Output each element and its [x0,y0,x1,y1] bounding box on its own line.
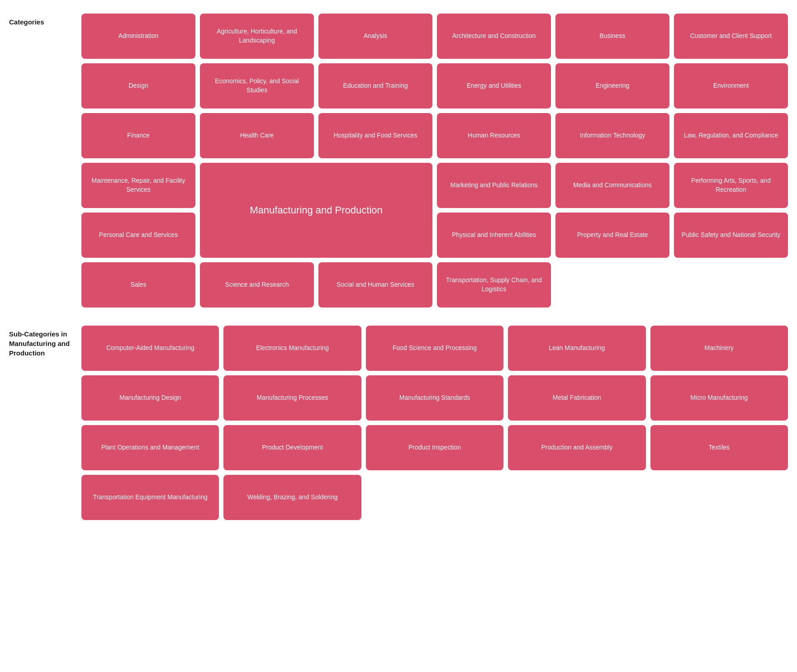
tile-product-inspection[interactable]: Product Inspection [366,425,503,470]
empty-sub-1 [366,475,503,520]
tile-computer-aided[interactable]: Computer-Aided Manufacturing [81,326,219,371]
tile-sales[interactable]: Sales [81,262,195,308]
tile-education[interactable]: Education and Training [318,63,432,109]
tile-physical[interactable]: Physical and Inherent Abilities [437,213,551,258]
tile-manufacturing-standards[interactable]: Manufacturing Standards [366,375,503,421]
tile-human-resources[interactable]: Human Resources [437,113,551,158]
subcategories-label: Sub-Categories in Manufacturing and Prod… [9,326,81,358]
tile-finance[interactable]: Finance [81,113,195,158]
tile-business[interactable]: Business [555,14,669,59]
tile-lean-manufacturing[interactable]: Lean Manufacturing [508,326,645,371]
tile-design[interactable]: Design [81,63,195,109]
tile-personal-care[interactable]: Personal Care and Services [81,213,195,258]
tile-environment[interactable]: Environment [674,63,788,109]
tile-analysis[interactable]: Analysis [318,14,432,59]
empty-sub-2 [508,475,645,520]
tile-architecture[interactable]: Architecture and Construction [437,14,551,59]
tile-social[interactable]: Social and Human Services [318,262,432,308]
empty-cell-1 [555,262,669,308]
tile-hospitality[interactable]: Hospitality and Food Services [318,113,432,158]
tile-customer[interactable]: Customer and Client Support [674,14,788,59]
tile-transportation-supply[interactable]: Transportation, Supply Chain, and Logist… [437,262,551,308]
tile-information-technology[interactable]: Information Technology [555,113,669,158]
tile-transportation-equipment[interactable]: Transportation Equipment Manufacturing [81,475,219,520]
tile-maintenance[interactable]: Maintenance, Repair, and Facility Servic… [81,163,195,208]
tile-agriculture[interactable]: Agriculture, Horticulture, and Landscapi… [200,14,314,59]
tile-micro-manufacturing[interactable]: Micro Manufacturing [650,375,788,421]
empty-cell-2 [674,262,788,308]
categories-label: Categories [9,14,81,27]
tile-marketing[interactable]: Marketing and Public Relations [437,163,551,208]
tile-media[interactable]: Media and Communications [555,163,669,208]
tile-performing[interactable]: Performing Arts, Sports, and Recreation [674,163,788,208]
tile-science[interactable]: Science and Research [200,262,314,308]
subcategories-row-2: Manufacturing Design Manufacturing Proce… [81,375,788,421]
empty-sub-3 [650,475,788,520]
subcategories-row-1: Computer-Aided Manufacturing Electronics… [81,326,788,371]
tile-energy[interactable]: Energy and Utilities [437,63,551,109]
tile-administration[interactable]: Administration [81,14,195,59]
tile-manufacturing-design[interactable]: Manufacturing Design [81,375,219,421]
categories-grid: Administration Agriculture, Horticulture… [81,14,788,308]
tile-electronics-manufacturing[interactable]: Electronics Manufacturing [223,326,361,371]
subcategories-section: Sub-Categories in Manufacturing and Prod… [9,326,788,520]
tile-welding[interactable]: Welding, Brazing, and Soldering [223,475,361,520]
tile-metal-fabrication[interactable]: Metal Fabrication [508,375,645,421]
tile-textiles[interactable]: Textiles [650,425,788,470]
tile-manufacturing-processes[interactable]: Manufacturing Processes [223,375,361,421]
tile-law[interactable]: Law, Regulation, and Compliance [674,113,788,158]
tile-plant-operations[interactable]: Plant Operations and Management [81,425,219,470]
tile-public-safety[interactable]: Public Safety and National Security [674,213,788,258]
tile-engineering[interactable]: Engineering [555,63,669,109]
tile-property[interactable]: Property and Real Estate [555,213,669,258]
tile-food-science[interactable]: Food Science and Processing [366,326,503,371]
subcategories-row-3: Plant Operations and Management Product … [81,425,788,470]
tile-machinery[interactable]: Machinery [650,326,788,371]
tile-healthcare[interactable]: Health Care [200,113,314,158]
tile-manufacturing[interactable]: Manufacturing and Production [200,163,432,258]
tile-economics[interactable]: Economics, Policy, and Social Studies [200,63,314,109]
categories-section: Categories Administration Agriculture, H… [9,14,788,308]
subcategories-grid-wrapper: Computer-Aided Manufacturing Electronics… [81,326,788,520]
tile-product-development[interactable]: Product Development [223,425,361,470]
tile-production-assembly[interactable]: Production and Assembly [508,425,645,470]
subcategories-row-4: Transportation Equipment Manufacturing W… [81,475,788,520]
